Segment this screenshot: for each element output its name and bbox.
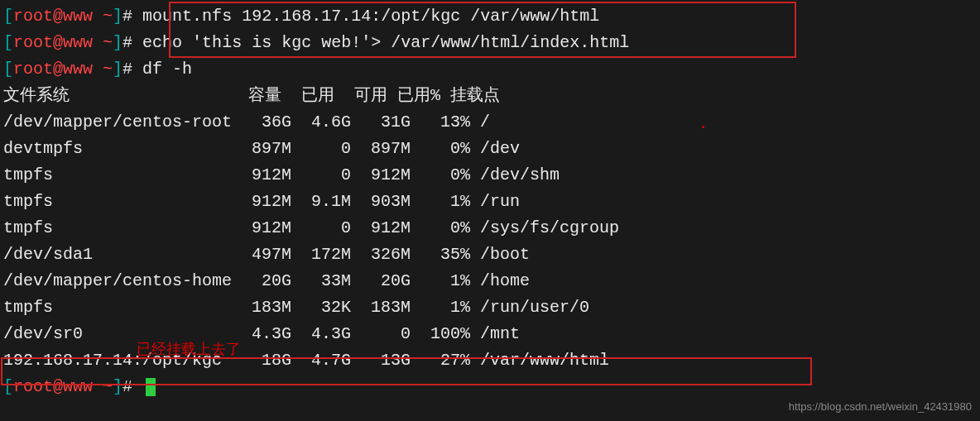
at: @	[53, 7, 63, 26]
bracket-open: [	[3, 7, 13, 26]
prompt-line-2: [root@www ~]# echo 'this is kgc web!'> /…	[3, 30, 977, 56]
prompt-line-3: [root@www ~]# df -h	[3, 56, 977, 83]
user: root	[13, 7, 53, 26]
df-row: tmpfs 912M 9.1M 903M 1% /run	[3, 189, 977, 215]
df-row: devtmpfs 897M 0 897M 0% /dev	[3, 136, 977, 162]
hash: #	[122, 7, 142, 26]
df-row: tmpfs 912M 0 912M 0% /dev/shm	[3, 162, 977, 189]
prompt-line-4: [root@www ~]#	[3, 374, 977, 400]
df-row: tmpfs 912M 0 912M 0% /sys/fs/cgroup	[3, 215, 977, 242]
red-dot	[702, 126, 704, 128]
df-row: /dev/mapper/centos-home 20G 33M 20G 1% /…	[3, 268, 977, 294]
df-row: tmpfs 183M 32K 183M 1% /run/user/0	[3, 294, 977, 321]
df-row: /dev/mapper/centos-root 36G 4.6G 31G 13%…	[3, 109, 977, 136]
prompt-line-1: [root@www ~]# mount.nfs 192.168.17.14:/o…	[3, 3, 977, 30]
df-header: 文件系统 容量 已用 可用 已用% 挂载点	[3, 83, 977, 109]
bracket-close: ]	[113, 7, 122, 26]
command-1: mount.nfs 192.168.17.14:/opt/kgc /var/ww…	[142, 7, 599, 26]
cursor[interactable]	[146, 378, 156, 396]
host: www	[63, 7, 93, 26]
tilde: ~	[93, 7, 113, 26]
command-3: df -h	[142, 60, 192, 79]
watermark: https://blog.csdn.net/weixin_42431980	[789, 399, 972, 416]
df-row: /dev/sda1 497M 172M 326M 35% /boot	[3, 242, 977, 268]
command-2: echo 'this is kgc web!'> /var/www/html/i…	[142, 33, 629, 52]
annotation-text: 已经挂载上去了	[137, 337, 241, 361]
